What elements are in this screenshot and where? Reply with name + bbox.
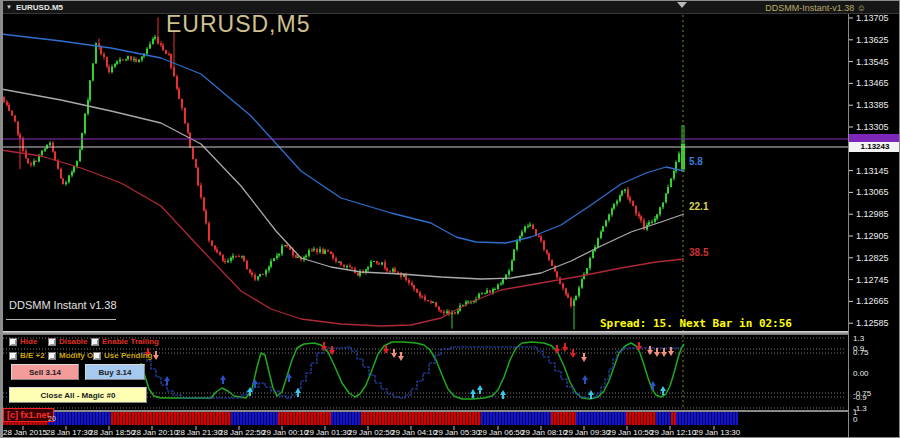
arrow-stem — [564, 343, 566, 347]
spread-status-text: Spread: 15. Next Bar in 02:56 — [600, 317, 792, 330]
candle-body — [432, 302, 434, 303]
indicator-tick-label: -0.9 — [853, 393, 867, 402]
time-tick-label: 29 Jan 05:30 — [434, 428, 480, 437]
time-tick-label: 29 Jan 08:10 — [521, 428, 567, 437]
up-arrow-icon — [164, 376, 170, 381]
candle-body — [384, 262, 386, 268]
candle-body — [532, 225, 534, 229]
be-label: B/E +2 — [20, 351, 45, 360]
candle-body — [494, 289, 496, 290]
candle-body — [219, 252, 221, 255]
arrow-stem — [297, 393, 299, 397]
disable-checkbox-item[interactable]: Disable — [48, 337, 87, 346]
candle-body — [276, 255, 278, 258]
candle-body — [548, 253, 550, 260]
candle-body — [92, 64, 94, 81]
smiley-icon[interactable]: ☺ — [857, 3, 866, 13]
indicator-tick-label: 0.00 — [853, 369, 869, 378]
time-tick-label: 29 Jan 01:30 — [305, 428, 351, 437]
candle-body — [100, 47, 102, 54]
time-tick-label: 29 Jan 06:50 — [478, 428, 524, 437]
candle-body — [629, 198, 631, 202]
oscillator-blue-step-line — [141, 347, 681, 398]
price-tick-label: 1.13065 — [856, 187, 889, 197]
hide-checkbox-item[interactable]: Hide — [9, 337, 37, 346]
candle-body — [349, 266, 351, 267]
candle-body — [273, 258, 275, 261]
candle-body — [222, 255, 224, 261]
sell-button[interactable]: Sell 3.14 — [11, 364, 79, 380]
candle-body — [340, 262, 342, 265]
candle-body — [446, 311, 448, 313]
price-tick-label: 1.12985 — [856, 209, 889, 219]
candle-body — [397, 272, 399, 273]
candle-body — [670, 178, 672, 187]
candle-body — [216, 249, 218, 252]
enable-trailing-checkbox[interactable] — [91, 338, 99, 346]
buy-button[interactable]: Buy 3.14 — [85, 364, 145, 380]
candle-body — [160, 43, 162, 45]
chevron-down-icon[interactable]: ▼ — [6, 4, 12, 10]
arrow-stem — [649, 346, 651, 350]
arrow-stem — [656, 348, 658, 352]
up-arrow-icon — [582, 375, 588, 380]
arrow-stem — [638, 342, 640, 346]
modify-ord-checkbox[interactable] — [48, 352, 56, 360]
brand-label: [c] fx1.net — [3, 408, 54, 422]
down-arrow-icon — [398, 356, 404, 361]
candle-body — [457, 311, 459, 314]
fibo-level-label: 5.8 — [689, 156, 703, 167]
candle-body — [251, 273, 253, 275]
candle-body — [211, 241, 213, 246]
candle-body — [392, 269, 394, 272]
close-all-button[interactable]: Close All - Magic #0 — [9, 387, 147, 403]
candle-body — [389, 271, 391, 272]
candle-body — [376, 261, 378, 263]
candle-body — [648, 222, 650, 225]
arrow-stem — [323, 342, 325, 346]
time-tick-label: 29 Jan 10:50 — [607, 428, 653, 437]
disable-checkbox[interactable] — [48, 338, 56, 346]
candle-body — [529, 225, 531, 226]
candle-body — [543, 241, 545, 250]
candle-body — [421, 296, 423, 297]
price-tick-label: 1.13705 — [856, 13, 889, 23]
candle-body — [486, 290, 488, 293]
candle-body — [189, 133, 191, 148]
candle-body — [438, 307, 440, 311]
candle-body — [68, 175, 70, 182]
down-arrow-icon — [661, 352, 667, 357]
candle-body — [49, 143, 51, 145]
arrow-stem — [652, 386, 654, 390]
candle-body — [11, 111, 13, 116]
time-tick-label: 29 Jan 13:30 — [694, 428, 740, 437]
candle-body — [440, 310, 442, 311]
indicator-tick-label: 0.75 — [853, 348, 869, 357]
up-arrow-icon — [252, 379, 258, 384]
bid-price-tag: 1.13243 — [849, 142, 900, 152]
middle-band-gray — [1, 89, 684, 279]
candle-body — [632, 201, 634, 206]
price-tick-label: 1.13305 — [856, 122, 889, 132]
down-arrow-icon — [383, 349, 389, 354]
candle-body — [89, 80, 91, 100]
use-pending-checkbox-item[interactable]: Use Pending — [93, 351, 152, 360]
next-bar-marker-icon — [677, 2, 687, 8]
price-axis-border — [848, 14, 849, 438]
fibo-level-label: 22.1 — [689, 201, 708, 212]
candle-body — [605, 220, 607, 226]
enable-trailing-checkbox-item[interactable]: Enable Trailing — [91, 337, 159, 346]
hide-checkbox[interactable] — [9, 338, 17, 346]
time-tick-label: 28 Jan 21:30 — [176, 428, 222, 437]
candle-body — [71, 172, 73, 176]
candle-body — [232, 256, 234, 258]
ea-trade-panel: Hide Disable Enable Trailing B/E +2 Modi… — [1, 333, 161, 413]
candle-body — [651, 222, 653, 223]
be-checkbox-item[interactable]: B/E +2 — [9, 351, 45, 360]
candle-body — [146, 49, 148, 54]
arrow-stem — [331, 346, 333, 350]
be-checkbox[interactable] — [9, 352, 17, 360]
candle-body — [184, 108, 186, 124]
use-pending-checkbox[interactable] — [93, 352, 101, 360]
indicator-tick-label: 1.3 — [853, 334, 864, 343]
